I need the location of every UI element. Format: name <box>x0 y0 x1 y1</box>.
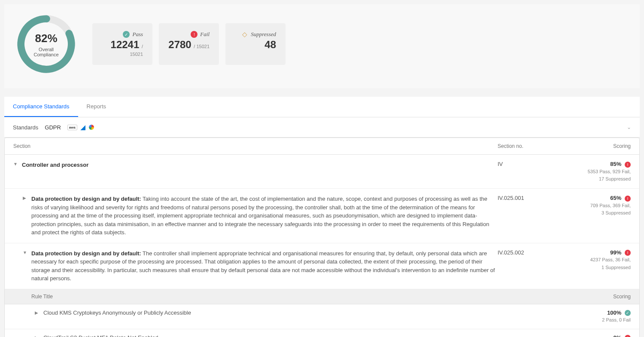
section-row-main[interactable]: ▼ Controller and processor IV 85% ! 5353… <box>5 155 639 189</box>
caret-down-icon[interactable]: ▼ <box>23 250 28 255</box>
score-detail-1: 709 Pass, 369 Fail, <box>562 202 631 209</box>
overall-label: Overall Compliance <box>30 46 63 57</box>
col-rule-title: Rule Title <box>31 294 562 300</box>
gcp-icon <box>89 125 94 130</box>
caret-right-icon[interactable]: ▶ <box>35 335 40 337</box>
fail-label: Fail <box>200 31 210 38</box>
alert-icon: ! <box>625 162 631 168</box>
summary-panel: 82% Overall Compliance ✓ Pass 12241 / 15… <box>4 4 640 88</box>
rule-score-detail: 2 Pass, 0 Fail <box>562 317 631 323</box>
caret-right-icon[interactable]: ▶ <box>35 310 40 315</box>
col-scoring: Scoring <box>562 143 631 149</box>
section-row-sub2[interactable]: ▼ Data protection by design and by defau… <box>5 243 639 289</box>
tabs-bar: Compliance Standards Reports <box>4 97 640 117</box>
score-pct: 85% <box>610 161 621 167</box>
score-pct: 65% <box>610 195 621 201</box>
suppressed-value: 48 <box>264 39 276 50</box>
check-icon: ✓ <box>123 31 130 38</box>
col-section-no: Section no. <box>498 143 562 149</box>
stat-pass[interactable]: ✓ Pass 12241 / 15021 <box>92 23 152 65</box>
standards-selector[interactable]: Standards GDPR aws ◢ ⌄ <box>4 117 640 138</box>
fail-total: / 15021 <box>194 44 210 49</box>
rule-row[interactable]: ▶CloudTrail S3 Bucket MFA Delete Not Ena… <box>5 329 639 337</box>
section-no: IV.025.001 <box>498 195 562 201</box>
chevron-down-icon[interactable]: ⌄ <box>627 124 631 130</box>
rule-score-pct: 0% <box>614 334 622 337</box>
rule-title: CloudTrail S3 Bucket MFA Delete Not Enab… <box>43 334 562 337</box>
score-detail-1: 5353 Pass, 929 Fail, <box>562 168 631 175</box>
alert-icon: ! <box>625 196 631 202</box>
caret-down-icon[interactable]: ▼ <box>13 162 18 166</box>
col-rule-scoring: Scoring <box>562 294 631 300</box>
pass-label: Pass <box>132 31 143 38</box>
check-icon: ✓ <box>625 310 631 316</box>
suppressed-label: Suppressed <box>251 31 276 38</box>
rule-header: Rule Title Scoring <box>5 289 639 304</box>
score-detail-2: 17 Suppressed <box>562 176 631 182</box>
rule-score-pct: 100% <box>607 309 621 316</box>
table-header: Section Section no. Scoring <box>5 138 639 155</box>
score-detail-1: 4237 Pass, 36 Fail, <box>562 257 631 263</box>
col-section: Section <box>13 143 498 149</box>
suppressed-icon: ◇ <box>241 31 248 38</box>
aws-icon: aws <box>67 125 77 130</box>
azure-icon: ◢ <box>81 124 85 131</box>
section-no: IV.025.002 <box>498 249 562 256</box>
standards-label: Standards <box>13 124 38 131</box>
alert-icon: ! <box>191 31 197 38</box>
score-detail-2: 1 Suppressed <box>562 264 631 271</box>
standards-value: GDPR <box>45 124 61 131</box>
overall-pct: 82% <box>30 31 63 45</box>
alert-icon: ! <box>625 250 631 256</box>
tab-compliance-standards[interactable]: Compliance Standards <box>4 97 78 117</box>
score-detail-2: 3 Suppressed <box>562 210 631 216</box>
score-pct: 99% <box>610 249 621 256</box>
caret-right-icon[interactable]: ▶ <box>23 196 28 200</box>
section-row-sub1[interactable]: ▶ Data protection by design and by defau… <box>5 189 639 243</box>
overall-compliance-donut: 82% Overall Compliance <box>13 11 79 77</box>
alert-icon: ! <box>625 335 631 337</box>
rule-title: Cloud KMS Cryptokeys Anonymously or Publ… <box>43 309 562 316</box>
section-no: IV <box>498 161 562 167</box>
tab-reports[interactable]: Reports <box>78 97 115 117</box>
pass-value: 12241 <box>111 39 140 50</box>
stat-fail[interactable]: ! Fail 2780 / 15021 <box>159 23 219 65</box>
section-title: Controller and processor <box>22 162 88 168</box>
stat-suppressed[interactable]: ◇ Suppressed 48 <box>225 23 286 65</box>
fail-value: 2780 <box>168 39 191 50</box>
rule-row[interactable]: ▶Cloud KMS Cryptokeys Anonymously or Pub… <box>5 304 639 329</box>
